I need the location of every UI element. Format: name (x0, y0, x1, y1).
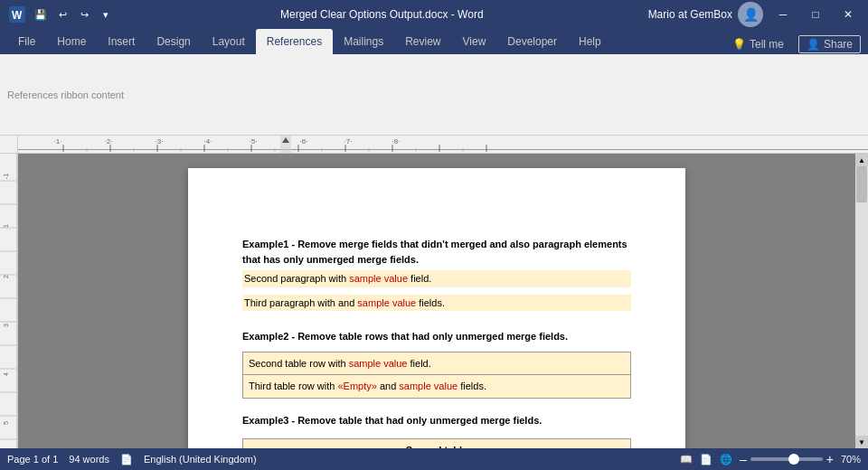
save-quick-btn[interactable]: 💾 (31, 5, 51, 24)
example2-cell1-text2: field. (408, 358, 431, 369)
zoom-bar: – + 70% (740, 452, 861, 466)
example2-empty: «Empty» (337, 381, 376, 391)
page-info: Page 1 of 1 (7, 454, 58, 465)
document-check-icon[interactable]: 📄 (120, 454, 133, 465)
tab-help[interactable]: Help (568, 29, 612, 54)
example2-cell2-text1: Third table row with (249, 381, 337, 391)
example1-sample1: sample value (349, 273, 408, 284)
share-btn[interactable]: 👤 Share (798, 35, 861, 53)
zoom-level[interactable]: 70% (841, 454, 861, 465)
scroll-down-btn[interactable]: ▼ (855, 436, 868, 448)
example3-title: Example3 - Remove table that had only un… (242, 413, 631, 428)
user-area: Mario at GemBox 👤 (648, 2, 763, 27)
svg-text:W: W (12, 9, 23, 22)
zoom-thumb (788, 454, 799, 465)
svg-rect-2 (18, 136, 868, 154)
ruler-container: // This won't run in SVG, draw marks inl… (0, 136, 868, 154)
lightbulb-icon: 💡 (732, 38, 746, 51)
document-page: Example1 - Remove merge fields that didn… (188, 168, 685, 448)
document-area[interactable]: Example1 - Remove merge fields that didn… (18, 154, 855, 448)
svg-text:·5·: ·5· (250, 137, 258, 146)
read-mode-icon[interactable]: 📖 (680, 454, 693, 465)
restore-btn[interactable]: □ (803, 2, 828, 27)
svg-text:·7·: ·7· (344, 137, 353, 146)
svg-text:·4·: ·4· (204, 137, 212, 146)
example3-table: Second table Table cell with sample valu… (242, 438, 631, 448)
ribbon-right-controls: 💡 Tell me 👤 Share (725, 34, 861, 54)
tab-insert[interactable]: Insert (97, 29, 146, 54)
status-bar: Page 1 of 1 94 words 📄 English (United K… (0, 448, 868, 470)
scroll-up-btn[interactable]: ▲ (855, 154, 868, 166)
example1-sample2: sample value (357, 297, 416, 308)
tab-layout[interactable]: Layout (202, 29, 256, 54)
scrollbar-vertical[interactable]: ▲ ▼ (855, 154, 868, 448)
example2-title: Example2 - Remove table rows that had on… (242, 329, 631, 344)
ribbon-body: References ribbon content (0, 54, 868, 136)
title-bar-right: Mario at GemBox 👤 ─ □ ✕ (648, 2, 861, 27)
user-avatar[interactable]: 👤 (738, 2, 763, 27)
quick-access-toolbar: 💾 ↩ ↪ ▾ (31, 5, 116, 24)
example2-cell2-text3: fields. (458, 381, 486, 391)
example2-cell1: Second table row with sample value field… (243, 352, 631, 375)
svg-text:4: 4 (3, 372, 9, 376)
language-info[interactable]: English (United Kingdom) (144, 454, 257, 465)
svg-text:2: 2 (3, 275, 9, 278)
undo-quick-btn[interactable]: ↩ (52, 5, 72, 24)
tab-mailings[interactable]: Mailings (333, 29, 394, 54)
example2-cell2: Third table row with «Empty» and sample … (243, 375, 631, 399)
svg-text:·1·: ·1· (54, 137, 62, 146)
example1-para1-text1: Second paragraph with (244, 273, 349, 284)
svg-text:·8·: ·8· (392, 137, 401, 146)
example3-header: Second table (243, 439, 631, 449)
scroll-thumb[interactable] (856, 166, 867, 202)
example2-cell1-text1: Second table row with (249, 358, 349, 369)
svg-rect-3 (18, 149, 868, 150)
ruler-corner (0, 136, 18, 154)
title-bar-title: Merged Clear Options Output.docx - Word (121, 8, 643, 21)
example1-para2-text2: fields. (416, 297, 445, 308)
example2-table: Second table row with sample value field… (242, 352, 631, 399)
ribbon-placeholder: References ribbon content (7, 89, 124, 100)
tab-file[interactable]: File (7, 29, 46, 54)
word-icon: W (7, 5, 27, 24)
zoom-out-btn[interactable]: – (740, 452, 747, 466)
document-content: Example1 - Remove merge fields that didn… (242, 237, 631, 448)
redo-quick-btn[interactable]: ↪ (74, 5, 94, 24)
example1-para2-text1: Third paragraph with and (244, 297, 357, 308)
title-bar-left: W 💾 ↩ ↪ ▾ (7, 5, 116, 24)
tab-home[interactable]: Home (46, 29, 97, 54)
status-right: 📖 📄 🌐 – + 70% (680, 452, 861, 466)
zoom-slider[interactable] (750, 457, 823, 461)
svg-text:3: 3 (3, 324, 9, 327)
svg-text:5: 5 (3, 421, 9, 425)
tab-design[interactable]: Design (146, 29, 201, 54)
example2-sample1: sample value (349, 358, 408, 369)
example1-para1-text2: field. (408, 273, 431, 284)
minimize-btn[interactable]: ─ (770, 2, 796, 27)
ribbon-tabs: File Home Insert Design Layout Reference… (0, 29, 868, 54)
print-layout-icon[interactable]: 📄 (700, 454, 712, 465)
example2-row1: Second table row with sample value field… (243, 352, 631, 375)
svg-text:·2·: ·2· (105, 137, 113, 146)
tab-review[interactable]: Review (394, 29, 451, 54)
word-count: 94 words (69, 454, 109, 465)
ruler-vertical: -1 1 2 3 4 5 6 (0, 154, 18, 448)
web-layout-icon[interactable]: 🌐 (720, 454, 732, 465)
example2-row2: Third table row with «Empty» and sample … (243, 375, 631, 399)
tab-references[interactable]: References (256, 29, 333, 54)
svg-rect-33 (0, 154, 18, 448)
svg-rect-34 (16, 154, 17, 448)
ruler-horizontal: // This won't run in SVG, draw marks inl… (18, 136, 868, 154)
tab-developer[interactable]: Developer (496, 29, 568, 54)
scroll-track[interactable] (855, 166, 868, 436)
example1-para1: Second paragraph with sample value field… (242, 270, 631, 287)
tab-view[interactable]: View (452, 29, 497, 54)
share-icon: 👤 (807, 38, 820, 51)
close-btn[interactable]: ✕ (835, 2, 861, 27)
svg-text:·3·: ·3· (156, 137, 164, 146)
zoom-in-btn[interactable]: + (826, 452, 834, 466)
svg-text:1: 1 (3, 224, 9, 228)
tell-me-btn[interactable]: 💡 Tell me (725, 34, 791, 54)
qa-dropdown-btn[interactable]: ▾ (96, 5, 116, 24)
main-area: -1 1 2 3 4 5 6 Example1 - Remove merge f… (0, 154, 868, 448)
